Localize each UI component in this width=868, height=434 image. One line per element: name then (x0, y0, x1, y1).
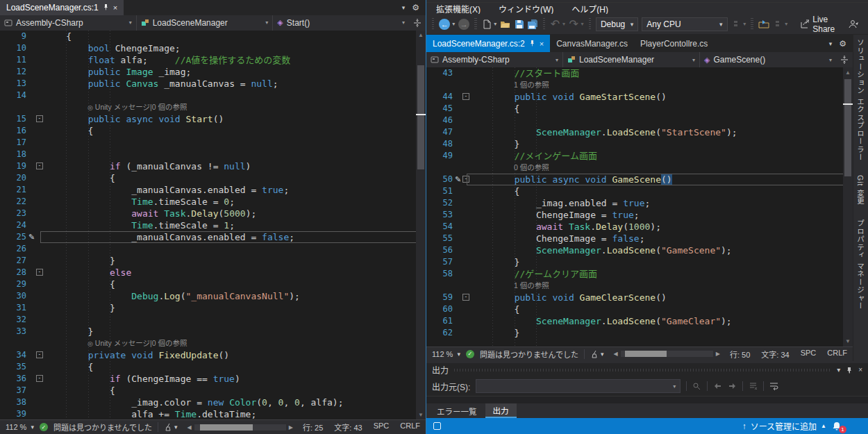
line-number[interactable]: 50 (426, 174, 453, 185)
undo-button[interactable]: ↶ (550, 18, 560, 31)
code-line[interactable]: 52 _imag.enabled = true; (426, 197, 853, 209)
line-number[interactable]: 31 (0, 302, 26, 314)
save-button[interactable] (514, 18, 524, 31)
line-number[interactable]: 27 (0, 255, 26, 267)
codelens-references[interactable]: 1 個の参照 (426, 280, 853, 292)
breadcrumb-member-dropdown[interactable]: ◈ Start() ▾ (273, 15, 409, 31)
indent-mode-indicator[interactable]: SPC (801, 349, 817, 360)
code-line[interactable]: 48 } (426, 138, 853, 150)
notifications-button[interactable]: 1 (832, 422, 842, 431)
line-indicator[interactable]: 行: 25 (303, 422, 323, 433)
editor-options-gear-icon[interactable]: ⚙ (839, 39, 846, 49)
line-number[interactable]: 30 (0, 290, 26, 302)
line-number[interactable]: 45 (426, 103, 453, 115)
code-line[interactable]: 22 Time.timeScale = 0; (0, 196, 426, 208)
code-line[interactable]: 38 _imag.color = new Color(0, 0, 0, alfa… (0, 397, 426, 408)
split-editor-button[interactable] (409, 15, 426, 31)
code-line[interactable]: 16 { (0, 125, 426, 137)
line-number[interactable]: 34 (0, 349, 26, 361)
code-line[interactable]: 21 _manualCanvas.enabled = true; (0, 184, 426, 196)
line-number[interactable]: 15 (0, 113, 26, 125)
scrollbar-thumb[interactable] (844, 79, 851, 176)
indent-mode-indicator[interactable]: SPC (374, 422, 390, 433)
line-number[interactable]: 26 (0, 243, 26, 255)
scroll-right-icon[interactable]: ▶ (289, 424, 293, 431)
output-panel-content[interactable] (426, 397, 868, 404)
code-line[interactable]: 17 (0, 137, 426, 149)
line-number[interactable]: 18 (0, 149, 26, 160)
menu-item[interactable]: 拡張機能(X) (436, 3, 481, 15)
live-share-button[interactable]: Live Share (801, 15, 844, 34)
fold-collapse-box[interactable]: - (36, 162, 43, 169)
line-number[interactable]: 43 (426, 67, 453, 79)
column-indicator[interactable]: 文字: 43 (334, 422, 362, 433)
line-number[interactable]: 12 (0, 66, 26, 78)
code-line[interactable]: 36- if (ChengeImage == true) (0, 373, 426, 385)
column-indicator[interactable]: 文字: 34 (761, 349, 789, 360)
document-tab[interactable]: PlayerContollre.cs (634, 35, 714, 52)
code-line[interactable]: 53 ChengeImage = true; (426, 209, 853, 221)
code-line[interactable]: 49 //メインゲーム画面 (426, 150, 853, 162)
line-number[interactable]: 55 (426, 233, 453, 244)
word-wrap-button[interactable] (769, 382, 779, 391)
zoom-level-dropdown[interactable]: 112 % ▾ (6, 423, 34, 431)
side-tool-window-tab[interactable]: Git 変更 (856, 175, 866, 205)
line-number[interactable]: 11 (0, 54, 26, 66)
menu-item[interactable]: ウィンドウ(W) (499, 3, 553, 15)
line-number[interactable]: 14 (0, 90, 26, 101)
line-number[interactable]: 35 (0, 361, 26, 373)
code-line[interactable]: 23 await Task.Delay(5000); (0, 208, 426, 219)
save-all-button[interactable] (528, 18, 538, 31)
output-panel-titlebar[interactable]: 出力 ▾ × (426, 363, 868, 377)
code-line[interactable]: 9 { (0, 31, 426, 42)
window-position-chevron-icon[interactable]: ▾ (837, 366, 840, 374)
sync-active-document-button[interactable] (758, 18, 769, 31)
line-number[interactable]: 10 (0, 42, 26, 54)
line-number[interactable]: 17 (0, 137, 26, 149)
code-line[interactable]: 32 (0, 314, 426, 326)
code-line[interactable]: 50✎- public async void GameScene() (426, 174, 853, 185)
pin-icon[interactable] (846, 367, 853, 374)
line-number[interactable]: 49 (426, 150, 453, 162)
document-tab[interactable]: CanvasManager.cs (550, 35, 634, 52)
horizontal-scrollbar[interactable]: ◀ ▶ (614, 351, 720, 357)
code-line[interactable]: 19- if (_manualCanvas != null) (0, 160, 426, 172)
code-line[interactable]: 61 SceneManager.LoadScene("GameClear"); (426, 315, 853, 327)
zoom-level-dropdown[interactable]: 112 % ▾ (432, 350, 460, 358)
code-line[interactable]: 18 (0, 149, 426, 160)
code-cleanup-button[interactable]: ▾ (164, 423, 178, 431)
code-line[interactable]: 45 { (426, 103, 853, 115)
breadcrumb-class-dropdown[interactable]: LoadSceneManager ▾ (563, 52, 700, 67)
fold-collapse-box[interactable]: - (462, 294, 469, 301)
side-tool-window-tab[interactable]: プロパティ マネージャー (856, 219, 866, 310)
fold-collapse-box[interactable]: - (36, 351, 43, 358)
code-line[interactable]: 46 (426, 115, 853, 126)
line-number[interactable]: 51 (426, 185, 453, 197)
code-line[interactable]: 55 ChengeImage = false; (426, 233, 853, 244)
document-tab[interactable]: LoadSceneManager.cs:2× (426, 35, 550, 52)
line-number[interactable]: 61 (426, 315, 453, 327)
code-line[interactable]: 31 } (0, 302, 426, 314)
fold-collapse-box[interactable]: - (462, 176, 469, 183)
code-line[interactable]: 30 Debug.Log("_manualCanvasNull"); (0, 290, 426, 302)
code-line[interactable]: 28- else (0, 267, 426, 278)
send-feedback-button[interactable] (848, 18, 858, 31)
line-number[interactable]: 53 (426, 209, 453, 221)
scroll-left-icon[interactable]: ◀ (187, 424, 192, 431)
health-status-text[interactable]: 問題は見つかりませんでした (53, 422, 152, 433)
line-ending-indicator[interactable]: CRLF (400, 422, 420, 433)
line-number[interactable]: 32 (0, 314, 26, 326)
close-icon[interactable]: × (113, 3, 117, 12)
document-tab[interactable]: LoadSceneManager.cs:1× (0, 0, 124, 15)
code-line[interactable]: 12 public Image _imag; (0, 66, 426, 78)
next-message-button[interactable] (728, 382, 737, 391)
scroll-down-icon[interactable]: ▼ (843, 337, 853, 347)
add-to-source-control-button[interactable]: ↑ ソース管理に追加 ▲ (742, 420, 826, 432)
line-number[interactable]: 58 (426, 268, 453, 280)
navigate-forward-button[interactable]: → (458, 18, 469, 31)
code-line[interactable]: 57 } (426, 256, 853, 268)
code-line[interactable]: 26 (0, 243, 426, 255)
line-number[interactable]: 60 (426, 303, 453, 315)
solution-platform-dropdown[interactable]: Any CPU ▾ (642, 17, 727, 31)
output-source-dropdown[interactable]: ▾ (476, 379, 681, 393)
